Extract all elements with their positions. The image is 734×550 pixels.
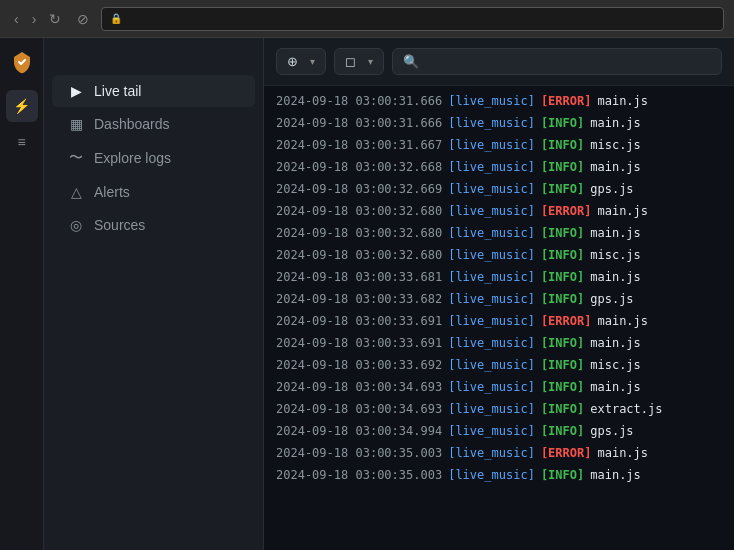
app-logo bbox=[6, 46, 38, 78]
log-file: main.js bbox=[597, 202, 648, 220]
log-level: [INFO] bbox=[541, 466, 584, 484]
log-file: extract.js bbox=[590, 400, 662, 418]
log-level: [ERROR] bbox=[541, 202, 592, 220]
log-level: [INFO] bbox=[541, 136, 584, 154]
log-file: main.js bbox=[590, 268, 641, 286]
live-tail-label: Live tail bbox=[94, 83, 141, 99]
log-timestamp: 2024-09-18 03:00:34.693 bbox=[276, 378, 442, 396]
log-level: [INFO] bbox=[541, 378, 584, 396]
sidebar-item-live-tail[interactable]: ▶ Live tail bbox=[52, 75, 255, 107]
log-timestamp: 2024-09-18 03:00:33.682 bbox=[276, 290, 442, 308]
log-level: [INFO] bbox=[541, 356, 584, 374]
log-source: [live_music] bbox=[448, 136, 535, 154]
log-row[interactable]: 2024-09-18 03:00:32.680 [live_music] [IN… bbox=[264, 222, 734, 244]
log-timestamp: 2024-09-18 03:00:32.680 bbox=[276, 224, 442, 242]
log-source: [live_music] bbox=[448, 378, 535, 396]
presets-button[interactable]: ⊕ ▾ bbox=[276, 48, 326, 75]
log-timestamp: 2024-09-18 03:00:34.693 bbox=[276, 400, 442, 418]
log-source: [live_music] bbox=[448, 224, 535, 242]
log-source: [live_music] bbox=[448, 180, 535, 198]
log-source: [live_music] bbox=[448, 312, 535, 330]
log-level: [INFO] bbox=[541, 224, 584, 242]
log-source: [live_music] bbox=[448, 202, 535, 220]
log-timestamp: 2024-09-18 03:00:32.668 bbox=[276, 158, 442, 176]
log-row[interactable]: 2024-09-18 03:00:32.680 [live_music] [IN… bbox=[264, 244, 734, 266]
sidebar-item-explore-logs[interactable]: 〜 Explore logs bbox=[52, 141, 255, 175]
log-row[interactable]: 2024-09-18 03:00:35.003 [live_music] [ER… bbox=[264, 442, 734, 464]
log-file: main.js bbox=[597, 444, 648, 462]
browser-nav-buttons: ‹ › ↻ bbox=[10, 9, 65, 29]
sidebar-item-sources[interactable]: ◎ Sources bbox=[52, 209, 255, 241]
log-file: main.js bbox=[590, 158, 641, 176]
log-timestamp: 2024-09-18 03:00:33.691 bbox=[276, 312, 442, 330]
log-file: main.js bbox=[590, 378, 641, 396]
log-file: gps.js bbox=[590, 180, 633, 198]
app-layout: ⚡ ≡ ▶ Live tail ▦ Dashboards 〜 Explore l… bbox=[0, 38, 734, 550]
refresh-button[interactable]: ↻ bbox=[45, 9, 65, 29]
bookmark-button[interactable]: ⊘ bbox=[73, 9, 93, 29]
log-level: [INFO] bbox=[541, 290, 584, 308]
log-row[interactable]: 2024-09-18 03:00:32.669 [live_music] [IN… bbox=[264, 178, 734, 200]
log-level: [INFO] bbox=[541, 268, 584, 286]
log-row[interactable]: 2024-09-18 03:00:34.994 [live_music] [IN… bbox=[264, 420, 734, 442]
log-row[interactable]: 2024-09-18 03:00:34.693 [live_music] [IN… bbox=[264, 398, 734, 420]
log-file: misc.js bbox=[590, 246, 641, 264]
sidebar-item-dashboards[interactable]: ▦ Dashboards bbox=[52, 108, 255, 140]
log-source: [live_music] bbox=[448, 422, 535, 440]
log-level: [INFO] bbox=[541, 334, 584, 352]
log-source: [live_music] bbox=[448, 356, 535, 374]
log-timestamp: 2024-09-18 03:00:32.680 bbox=[276, 202, 442, 220]
lock-icon: 🔒 bbox=[110, 13, 122, 24]
forward-button[interactable]: › bbox=[28, 9, 41, 29]
log-file: main.js bbox=[590, 224, 641, 242]
log-row[interactable]: 2024-09-18 03:00:35.003 [live_music] [IN… bbox=[264, 464, 734, 486]
log-area[interactable]: 2024-09-18 03:00:31.666 [live_music] [ER… bbox=[264, 86, 734, 550]
log-row[interactable]: 2024-09-18 03:00:33.691 [live_music] [IN… bbox=[264, 332, 734, 354]
log-timestamp: 2024-09-18 03:00:32.669 bbox=[276, 180, 442, 198]
log-row[interactable]: 2024-09-18 03:00:34.693 [live_music] [IN… bbox=[264, 376, 734, 398]
sources-button[interactable]: ◻ ▾ bbox=[334, 48, 384, 75]
log-row[interactable]: 2024-09-18 03:00:31.667 [live_music] [IN… bbox=[264, 134, 734, 156]
search-input[interactable]: 🔍 bbox=[392, 48, 722, 75]
back-button[interactable]: ‹ bbox=[10, 9, 23, 29]
log-level: [ERROR] bbox=[541, 312, 592, 330]
log-timestamp: 2024-09-18 03:00:33.692 bbox=[276, 356, 442, 374]
search-icon: 🔍 bbox=[403, 54, 419, 69]
log-row[interactable]: 2024-09-18 03:00:33.692 [live_music] [IN… bbox=[264, 354, 734, 376]
log-row[interactable]: 2024-09-18 03:00:31.666 [live_music] [ER… bbox=[264, 90, 734, 112]
presets-chevron-icon: ▾ bbox=[310, 56, 315, 67]
dashboards-icon: ▦ bbox=[68, 116, 84, 132]
log-level: [ERROR] bbox=[541, 92, 592, 110]
log-file: main.js bbox=[597, 312, 648, 330]
log-row[interactable]: 2024-09-18 03:00:33.691 [live_music] [ER… bbox=[264, 310, 734, 332]
log-file: main.js bbox=[590, 114, 641, 132]
log-source: [live_music] bbox=[448, 268, 535, 286]
sources-cube-icon: ◻ bbox=[345, 54, 356, 69]
log-source: [live_music] bbox=[448, 290, 535, 308]
address-bar[interactable]: 🔒 bbox=[101, 7, 724, 31]
log-level: [INFO] bbox=[541, 114, 584, 132]
log-timestamp: 2024-09-18 03:00:31.666 bbox=[276, 114, 442, 132]
dashboards-label: Dashboards bbox=[94, 116, 170, 132]
log-timestamp: 2024-09-18 03:00:33.691 bbox=[276, 334, 442, 352]
log-timestamp: 2024-09-18 03:00:32.680 bbox=[276, 246, 442, 264]
sidebar-item-alerts[interactable]: △ Alerts bbox=[52, 176, 255, 208]
list-icon-btn[interactable]: ≡ bbox=[6, 126, 38, 158]
log-file: main.js bbox=[597, 92, 648, 110]
content-area: ⊕ ▾ ◻ ▾ 🔍 2024-09-18 03:00:31.666 [live_… bbox=[264, 38, 734, 550]
log-row[interactable]: 2024-09-18 03:00:32.680 [live_music] [ER… bbox=[264, 200, 734, 222]
log-row[interactable]: 2024-09-18 03:00:32.668 [live_music] [IN… bbox=[264, 156, 734, 178]
log-row[interactable]: 2024-09-18 03:00:33.682 [live_music] [IN… bbox=[264, 288, 734, 310]
log-level: [ERROR] bbox=[541, 444, 592, 462]
log-row[interactable]: 2024-09-18 03:00:33.681 [live_music] [IN… bbox=[264, 266, 734, 288]
log-source: [live_music] bbox=[448, 400, 535, 418]
sources-label: Sources bbox=[94, 217, 145, 233]
log-file: gps.js bbox=[590, 290, 633, 308]
log-file: main.js bbox=[590, 334, 641, 352]
log-source: [live_music] bbox=[448, 466, 535, 484]
sources-chevron-icon: ▾ bbox=[368, 56, 373, 67]
log-source: [live_music] bbox=[448, 114, 535, 132]
log-row[interactable]: 2024-09-18 03:00:31.666 [live_music] [IN… bbox=[264, 112, 734, 134]
sidebar-title bbox=[44, 50, 263, 74]
flash-icon-btn[interactable]: ⚡ bbox=[6, 90, 38, 122]
